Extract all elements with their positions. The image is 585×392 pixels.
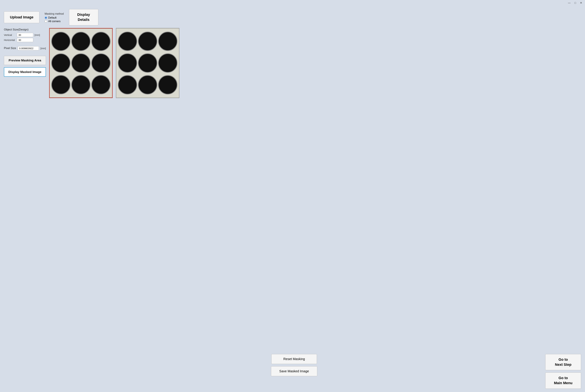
image-panels: [49, 28, 581, 352]
radio-group: Default All corners: [44, 16, 64, 23]
pixel-size-input[interactable]: [18, 46, 39, 50]
upload-image-button[interactable]: Upload Image: [4, 12, 39, 23]
preview-masking-button[interactable]: Preview Masking Area: [4, 56, 46, 65]
go-next-line2: Next Step: [555, 362, 571, 366]
left-controls: Object Size(Design) Vertical [mm] Horizo…: [4, 28, 46, 352]
go-next-step-button[interactable]: Go to Next Step: [545, 354, 581, 370]
top-row: Upload Image Masking method Default All …: [4, 9, 581, 26]
vertical-input[interactable]: [17, 33, 33, 37]
horizontal-row: Horizontal: [4, 38, 46, 42]
go-next-line1: Go to: [559, 358, 568, 362]
main-content: Upload Image Masking method Default All …: [0, 6, 585, 392]
object-size-section: Object Size(Design) Vertical [mm] Horizo…: [4, 28, 46, 42]
radio-all-corners-input[interactable]: [44, 20, 47, 23]
radio-all-corners[interactable]: All corners: [44, 20, 64, 23]
right-image-svg: [116, 28, 179, 98]
radio-default[interactable]: Default: [44, 16, 64, 19]
left-image-svg: [50, 28, 112, 98]
go-menu-line1: Go to: [559, 376, 568, 380]
right-image-panel: [116, 28, 179, 98]
vertical-row: Vertical [mm]: [4, 33, 46, 37]
save-masked-button[interactable]: Save Masked Image: [271, 366, 317, 376]
middle-row: Object Size(Design) Vertical [mm] Horizo…: [4, 28, 581, 352]
masking-method-group: Masking method Default All corners: [44, 12, 64, 23]
horizontal-label: Horizontal: [4, 38, 16, 41]
masking-method-label: Masking method: [44, 12, 64, 15]
close-button[interactable]: ✕: [579, 1, 583, 4]
bottom-center: Reset Masking Save Masked Image: [46, 354, 542, 376]
vertical-label: Vertical: [4, 34, 16, 36]
display-details-line1: Display: [77, 12, 90, 16]
pixel-unit: [mm]: [40, 47, 46, 50]
pixel-size-row: Pixel Size [mm]: [4, 46, 46, 50]
action-buttons: Preview Masking Area Display Masked Imag…: [4, 56, 46, 77]
radio-all-corners-label: All corners: [48, 20, 60, 23]
title-bar: — □ ✕: [0, 0, 585, 6]
vertical-unit: [mm]: [34, 34, 40, 36]
go-menu-line2: Main Menu: [554, 381, 573, 385]
minimize-button[interactable]: —: [567, 1, 572, 4]
radio-default-label: Default: [48, 16, 56, 19]
bottom-right: Go to Next Step Go to Main Menu: [545, 354, 581, 389]
maximize-button[interactable]: □: [574, 1, 577, 4]
bottom-row: Reset Masking Save Masked Image Go to Ne…: [4, 354, 581, 389]
display-details-line2: Details: [78, 18, 89, 22]
left-image-panel: [49, 28, 113, 98]
radio-default-input[interactable]: [44, 16, 47, 19]
reset-masking-button[interactable]: Reset Masking: [271, 354, 317, 364]
display-masked-button[interactable]: Display Masked Image: [4, 67, 46, 77]
display-details-button[interactable]: Display Details: [69, 9, 98, 26]
horizontal-input[interactable]: [17, 38, 33, 42]
pixel-size-label: Pixel Size: [4, 46, 16, 50]
go-main-menu-button[interactable]: Go to Main Menu: [545, 372, 581, 389]
object-size-title: Object Size(Design): [4, 28, 46, 31]
